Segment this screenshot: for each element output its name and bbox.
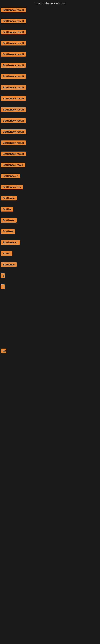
list-item[interactable]: Bottler [0, 205, 100, 216]
list-item [0, 376, 100, 394]
bottleneck-badge[interactable]: Bottlenec [1, 262, 17, 267]
bottleneck-badge[interactable]: Bottleneck result [1, 140, 26, 145]
bottleneck-badge[interactable]: Bottleneck r [1, 174, 20, 178]
list-item[interactable]: Bottleneck result [0, 117, 100, 128]
list-item[interactable]: Bottleneck result [0, 139, 100, 150]
bottleneck-badge[interactable]: Bottleneck result [1, 107, 26, 112]
list-item[interactable]: B [0, 272, 100, 283]
bottleneck-badge[interactable]: Bottle [1, 251, 12, 256]
list-item[interactable]: Bottleneck result [0, 84, 100, 94]
list-item[interactable]: Bottlene [0, 228, 100, 238]
bottleneck-badge[interactable]: Bottleneck result [1, 63, 26, 68]
list-item [0, 312, 100, 329]
bottleneck-badge[interactable]: Bottleneck result [1, 52, 26, 56]
list-item[interactable]: | [0, 283, 100, 294]
bottleneck-badge[interactable]: Bottleneck res [1, 185, 23, 190]
bottleneck-badge[interactable]: Bottleneck result [1, 19, 26, 23]
items-container: Bottleneck resultBottleneck resultBottle… [0, 6, 100, 411]
bottleneck-badge[interactable]: B [1, 273, 5, 278]
bottleneck-badge[interactable]: Bottler [1, 207, 13, 212]
bottleneck-badge[interactable]: Bottleneck result [1, 118, 26, 123]
list-item[interactable]: Bottlenec [0, 260, 100, 272]
bottleneck-badge[interactable]: Bottleneck result [1, 152, 26, 156]
list-item[interactable]: Bottleneck r [0, 238, 100, 250]
bottleneck-badge[interactable]: Bottleneck result [1, 30, 26, 34]
bottleneck-badge[interactable]: Bottleneck result [1, 41, 26, 46]
bottleneck-badge[interactable]: Bottleneck result [1, 74, 26, 79]
bottleneck-badge[interactable]: Bottlene [1, 229, 15, 234]
bottleneck-badge[interactable]: Bottleneck resul [1, 162, 25, 167]
list-item[interactable]: Bottleneck result [0, 28, 100, 39]
list-item[interactable]: Bottleneck result [0, 106, 100, 117]
list-item [0, 294, 100, 312]
list-item[interactable]: Bottleneck resul [0, 161, 100, 172]
list-item[interactable]: Bottlenec [0, 216, 100, 228]
bottleneck-badge[interactable]: Bottleneck result [1, 8, 26, 12]
bottleneck-badge[interactable]: | [1, 284, 5, 289]
list-item[interactable]: Bottleneck r [0, 172, 100, 183]
list-item[interactable]: Bottleneck res [0, 183, 100, 194]
bottleneck-badge[interactable]: Bottleneck result [1, 96, 26, 101]
list-item[interactable]: Bottleneck result [0, 39, 100, 50]
page-container: TheBottlenecker.com Bottleneck resultBot… [0, 0, 100, 644]
bottleneck-badge[interactable]: Bottleneck result [1, 85, 26, 90]
list-item[interactable]: Bo [0, 347, 100, 358]
list-item[interactable]: Bottleneck result [0, 72, 100, 84]
list-item[interactable]: Bottle [0, 250, 100, 260]
list-item[interactable]: Bottleneck result [0, 62, 100, 72]
list-item[interactable]: Bottleneck result [0, 94, 100, 106]
bottleneck-badge[interactable]: Bottlenec [1, 196, 17, 200]
list-item[interactable]: Bottleneck result [0, 150, 100, 161]
list-item[interactable]: Bottleneck result [0, 50, 100, 62]
site-title: TheBottlenecker.com [0, 0, 100, 6]
bottleneck-badge[interactable]: Bottleneck result [1, 130, 26, 134]
list-item [0, 358, 100, 376]
list-item[interactable]: Bottleneck result [0, 6, 100, 17]
bottleneck-badge[interactable]: Bo [1, 348, 6, 353]
list-item[interactable]: Bottleneck result [0, 128, 100, 139]
list-item [0, 394, 100, 411]
list-item [0, 329, 100, 347]
list-item[interactable]: Bottleneck result [0, 17, 100, 28]
list-item[interactable]: Bottlenec [0, 194, 100, 205]
bottleneck-badge[interactable]: Bottleneck r [1, 240, 20, 245]
bottleneck-badge[interactable]: Bottlenec [1, 218, 17, 222]
